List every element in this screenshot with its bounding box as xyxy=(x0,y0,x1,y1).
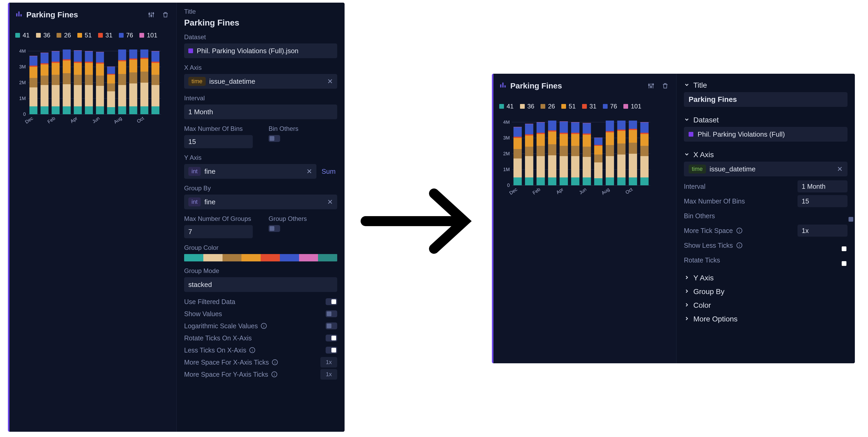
opt-yspace-value[interactable]: 1x xyxy=(320,369,337,380)
svg-text:Dec: Dec xyxy=(508,187,519,196)
info-icon[interactable]: i xyxy=(272,372,277,377)
opt-rotate-ticks-toggle[interactable] xyxy=(326,334,337,342)
legend-item[interactable]: 31 xyxy=(98,32,113,39)
interval-field[interactable]: 1 Month xyxy=(184,105,337,119)
svg-rect-149 xyxy=(548,177,557,185)
opt-xspace-value[interactable]: 1x xyxy=(320,357,337,368)
chevron-right-icon xyxy=(684,274,690,282)
legend-item[interactable]: 41 xyxy=(499,103,514,110)
svg-rect-40 xyxy=(63,106,70,114)
svg-rect-141 xyxy=(525,124,533,124)
svg-rect-41 xyxy=(63,84,70,106)
yaxis-field[interactable]: int fine ✕ xyxy=(184,164,316,179)
info-icon[interactable]: i xyxy=(261,323,267,329)
opt-less-ticks-toggle[interactable] xyxy=(326,347,337,354)
opt-log-scale-toggle[interactable] xyxy=(326,322,337,329)
opt-use-filtered-toggle[interactable] xyxy=(326,298,337,305)
section-yaxis-header[interactable]: Y Axis xyxy=(684,271,847,285)
legend-item[interactable]: 51 xyxy=(77,32,92,39)
opt-log-scale-label: Logarithmic Scale Values xyxy=(184,322,258,330)
svg-rect-20 xyxy=(29,87,37,106)
svg-text:Aug: Aug xyxy=(600,187,611,196)
legend-swatch xyxy=(561,104,566,109)
chevron-down-icon xyxy=(684,81,690,89)
svg-rect-194 xyxy=(617,131,626,143)
settings-sliders-icon[interactable] xyxy=(146,9,156,20)
legend-item[interactable]: 51 xyxy=(561,103,576,110)
chart-header: Parking Fines xyxy=(499,80,671,92)
legend-item[interactable]: 101 xyxy=(623,103,641,110)
maxgroups-field[interactable]: 7 xyxy=(184,225,253,238)
info-icon[interactable]: i xyxy=(737,242,742,248)
svg-rect-99 xyxy=(152,63,159,75)
legend-item[interactable]: 36 xyxy=(36,32,51,39)
title-input[interactable]: Parking Fines xyxy=(684,92,847,107)
yaxis-aggregation[interactable]: Sum xyxy=(320,168,337,176)
svg-rect-54 xyxy=(85,106,93,114)
prop-tickspace-value[interactable]: 1x xyxy=(798,225,847,237)
svg-text:Apr: Apr xyxy=(69,116,79,124)
svg-text:0: 0 xyxy=(507,183,510,188)
section-more-header[interactable]: More Options xyxy=(684,312,847,326)
groupby-field[interactable]: int fine ✕ xyxy=(184,195,337,209)
maxbins-field[interactable]: 15 xyxy=(184,135,253,148)
section-title-header[interactable]: Title xyxy=(684,79,847,92)
interval-value: 1 Month xyxy=(188,108,213,116)
color-palette[interactable] xyxy=(184,254,337,261)
yaxis-type-chip: int xyxy=(188,167,201,176)
legend-item[interactable]: 76 xyxy=(119,32,133,39)
trash-icon[interactable] xyxy=(160,9,171,20)
binothers-toggle[interactable] xyxy=(269,135,280,142)
svg-rect-22 xyxy=(29,67,37,78)
legend-item[interactable]: 41 xyxy=(15,32,30,39)
xaxis-value: issue_datetime xyxy=(710,165,756,173)
title-value[interactable]: Parking Fines xyxy=(184,18,337,28)
svg-rect-171 xyxy=(583,157,591,177)
xaxis-field[interactable]: time issue_datetime ✕ xyxy=(684,162,847,176)
groupby-clear-icon[interactable]: ✕ xyxy=(327,198,333,206)
svg-rect-32 xyxy=(40,53,49,53)
legend-item[interactable]: 101 xyxy=(140,32,157,39)
legend-item[interactable]: 26 xyxy=(57,32,71,39)
svg-rect-209 xyxy=(640,133,649,134)
opt-show-values-toggle[interactable] xyxy=(326,310,337,317)
trash-icon[interactable] xyxy=(660,81,671,91)
chart-column: Parking Fines 413626513176101 01M2M3M4MD… xyxy=(9,3,177,432)
svg-rect-65 xyxy=(96,62,104,64)
prop-interval-value[interactable]: 1 Month xyxy=(798,180,847,193)
legend-label: 76 xyxy=(610,103,617,110)
xaxis-clear-icon[interactable]: ✕ xyxy=(837,165,843,173)
section-groupby-header[interactable]: Group By xyxy=(684,285,847,298)
dataset-field[interactable]: Phil. Parking Violations (Full) xyxy=(684,127,847,142)
legend-item[interactable]: 26 xyxy=(540,103,555,110)
dataset-field[interactable]: Phil. Parking Violations (Full).json xyxy=(184,43,337,58)
xaxis-clear-icon[interactable]: ✕ xyxy=(327,78,333,86)
info-icon[interactable]: i xyxy=(737,228,742,234)
svg-rect-86 xyxy=(129,58,137,60)
section-color-header[interactable]: Color xyxy=(684,298,847,312)
legend-swatch xyxy=(77,33,82,38)
legend-item[interactable]: 36 xyxy=(520,103,534,110)
svg-rect-53 xyxy=(74,50,82,51)
xaxis-field[interactable]: time issue_datetime ✕ xyxy=(184,74,337,89)
settings-sliders-icon[interactable] xyxy=(646,81,656,91)
prop-maxbins-value[interactable]: 15 xyxy=(798,195,847,207)
svg-rect-133 xyxy=(514,127,522,137)
svg-text:1M: 1M xyxy=(503,167,510,172)
svg-rect-147 xyxy=(536,122,545,133)
info-icon[interactable]: i xyxy=(272,359,278,365)
info-icon[interactable]: i xyxy=(249,347,255,353)
section-xaxis-header[interactable]: X Axis xyxy=(684,148,847,162)
prop-maxbins: Max Number Of Bins 15 xyxy=(684,194,847,208)
legend-item[interactable]: 31 xyxy=(582,103,596,110)
svg-rect-159 xyxy=(559,134,568,146)
section-dataset-header[interactable]: Dataset xyxy=(684,113,847,127)
groupmode-field[interactable]: stacked xyxy=(184,277,337,292)
groupothers-toggle[interactable] xyxy=(269,225,280,232)
legend-label: 36 xyxy=(527,103,534,110)
prop-rotate: Rotate Ticks xyxy=(684,253,847,267)
yaxis-clear-icon[interactable]: ✕ xyxy=(306,168,312,176)
opt-less-ticks-label: Less Ticks On X-Axis xyxy=(184,346,246,354)
legend-item[interactable]: 76 xyxy=(603,103,617,110)
svg-rect-89 xyxy=(141,106,148,114)
